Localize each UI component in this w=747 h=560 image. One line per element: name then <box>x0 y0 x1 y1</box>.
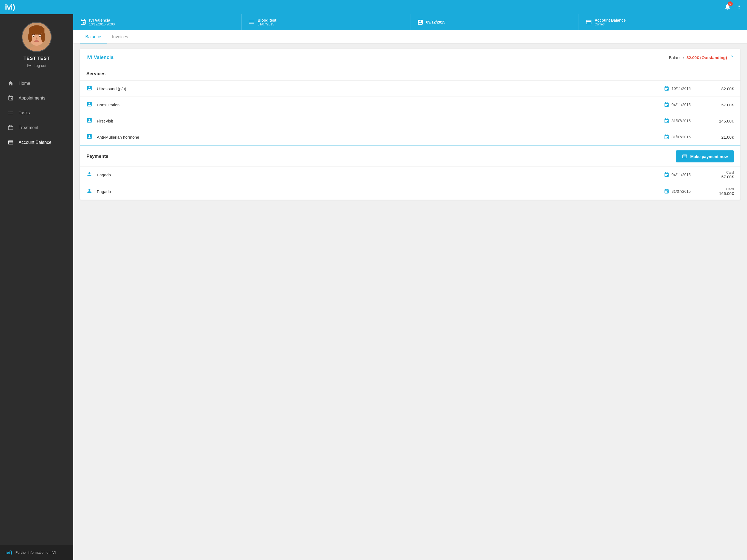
service-icon-2 <box>86 117 93 124</box>
payments-header: Payments Make payment now <box>80 145 741 166</box>
notifications-button[interactable]: 9 <box>724 3 731 11</box>
credit-card-icon <box>8 139 14 146</box>
svg-point-12 <box>36 37 37 40</box>
svg-point-10 <box>33 36 34 37</box>
svg-point-13 <box>34 40 38 42</box>
info-item-appointment[interactable]: IVI Valencia 13/12/2015 20:00 <box>73 14 242 30</box>
payment-row: Pagado 31/07/2015 Card 166.00€ <box>80 183 741 200</box>
svg-point-11 <box>40 36 41 37</box>
payment-icon-1 <box>86 188 93 195</box>
service-date-2: 31/07/2015 <box>664 118 707 124</box>
payment-name-1: Pagado <box>97 189 660 194</box>
home-icon <box>8 80 14 86</box>
service-date-1: 04/11/2015 <box>664 102 707 107</box>
service-amount-3: 21.00€ <box>712 135 734 139</box>
service-name-1: Consultation <box>97 103 660 107</box>
payment-button-icon <box>682 154 687 159</box>
calendar-info-icon <box>80 19 86 25</box>
payment-right-1: Card 166.00€ <box>712 187 734 196</box>
treatment-icon <box>8 125 14 131</box>
service-row: Anti-Müllerian hormone 31/07/2015 21.00€ <box>80 129 741 145</box>
more-options-button[interactable] <box>736 4 742 11</box>
balance-amount: 82.00€ (Outstanding) <box>687 55 727 60</box>
tasks-info-icon <box>248 19 255 25</box>
service-name-3: Anti-Müllerian hormone <box>97 135 660 139</box>
info-bar: IVI Valencia 13/12/2015 20:00 Blood test… <box>73 14 747 30</box>
sidebar-item-appointments[interactable]: Appointments <box>0 91 73 105</box>
top-bar: ivi) 9 <box>0 0 747 14</box>
balance-info: Balance 82.00€ (Outstanding) ⌃ <box>669 54 734 60</box>
svg-point-6 <box>41 32 45 42</box>
svg-rect-7 <box>29 28 45 33</box>
layout: TEST TEST Log out Home Appointments Task… <box>0 0 747 560</box>
calendar-icon <box>8 95 14 101</box>
sidebar-item-account-balance[interactable]: Account Balance <box>0 135 73 150</box>
page-area: Balance Invoices IVI Valencia Balance 82… <box>73 30 747 560</box>
sidebar-item-home[interactable]: Home <box>0 76 73 91</box>
sidebar: TEST TEST Log out Home Appointments Task… <box>0 14 73 560</box>
service-row: Consultation 04/11/2015 57.00€ <box>80 97 741 113</box>
sidebar-nav: Home Appointments Tasks Treatment Accoun… <box>0 73 73 545</box>
service-amount-2: 145.00€ <box>712 119 734 123</box>
services-title: Services <box>80 66 741 80</box>
payment-row: Pagado 04/11/2015 Card 57.00€ <box>80 166 741 183</box>
sidebar-item-tasks[interactable]: Tasks <box>0 105 73 120</box>
account-balance-card: IVI Valencia Balance 82.00€ (Outstanding… <box>80 49 741 200</box>
collapse-icon[interactable]: ⌃ <box>730 54 734 60</box>
clinic-name: IVI Valencia <box>86 55 113 60</box>
service-icon-3 <box>86 133 93 141</box>
tab-invoices[interactable]: Invoices <box>107 30 134 44</box>
payment-icon-0 <box>86 171 93 178</box>
service-icon-1 <box>86 101 93 108</box>
top-bar-actions: 9 <box>724 3 742 11</box>
service-date-3: 31/07/2015 <box>664 134 707 140</box>
service-amount-0: 82.00€ <box>712 86 734 91</box>
sidebar-footer: ivi) Further information on IVI <box>0 545 73 560</box>
payment-name-0: Pagado <box>97 173 660 177</box>
service-icon-0 <box>86 85 93 92</box>
make-payment-button[interactable]: Make payment now <box>676 150 734 162</box>
service-amount-1: 57.00€ <box>712 103 734 107</box>
payments-title: Payments <box>86 154 108 159</box>
info-item-date[interactable]: 09/12/2015 <box>410 14 579 30</box>
notification-badge: 9 <box>728 1 733 6</box>
service-row: First visit 31/07/2015 145.00€ <box>80 113 741 129</box>
service-name-0: Ultrasound (p/u) <box>97 86 660 91</box>
tabs-bar: Balance Invoices <box>73 30 747 44</box>
card-header: IVI Valencia Balance 82.00€ (Outstanding… <box>80 49 741 66</box>
tasks-icon <box>8 110 14 116</box>
card-info-icon <box>585 19 592 25</box>
medical-info-icon <box>417 19 423 25</box>
balance-label: Balance <box>669 55 684 60</box>
payment-date-0: 04/11/2015 <box>664 172 707 177</box>
avatar <box>22 22 52 52</box>
info-item-blood-test[interactable]: Blood test 31/07/2015 <box>242 14 410 30</box>
service-name-2: First visit <box>97 119 660 123</box>
info-item-account-balance-correct[interactable]: Account Balance Correct <box>579 14 747 30</box>
svg-point-5 <box>28 32 32 42</box>
user-name: TEST TEST <box>24 56 50 61</box>
sidebar-profile: TEST TEST Log out <box>0 14 73 73</box>
service-row: Ultrasound (p/u) 10/11/2015 82.00€ <box>80 80 741 97</box>
app-logo: ivi) <box>5 3 15 11</box>
main-content: IVI Valencia 13/12/2015 20:00 Blood test… <box>73 14 747 560</box>
payment-right-0: Card 57.00€ <box>712 170 734 179</box>
logout-button[interactable]: Log out <box>27 63 47 68</box>
sidebar-item-treatment[interactable]: Treatment <box>0 120 73 135</box>
tab-balance[interactable]: Balance <box>80 30 107 44</box>
payment-date-1: 31/07/2015 <box>664 189 707 194</box>
sidebar-footer-logo: ivi) <box>5 549 12 556</box>
service-date-0: 10/11/2015 <box>664 86 707 91</box>
